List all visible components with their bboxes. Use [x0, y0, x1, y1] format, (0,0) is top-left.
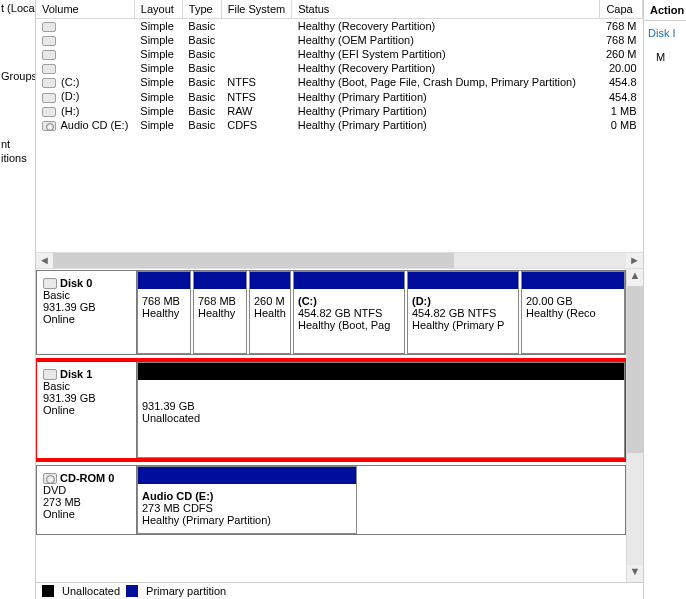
- disk-icon: [43, 369, 57, 380]
- col-filesystem[interactable]: File System: [221, 0, 291, 19]
- volume-icon: [42, 78, 56, 88]
- cdrom-icon: [43, 473, 57, 484]
- scroll-thumb[interactable]: [627, 286, 643, 454]
- disk-info: Disk 0 Basic 931.39 GB Online: [37, 271, 137, 354]
- volume-icon: [42, 107, 56, 117]
- volume-icon: [42, 64, 56, 74]
- partition[interactable]: 768 MBHealthy: [193, 271, 247, 354]
- scroll-left-icon[interactable]: ◄: [36, 254, 53, 266]
- table-row[interactable]: SimpleBasicHealthy (Recovery Partition)7…: [36, 19, 643, 34]
- volume-icon: [42, 50, 56, 60]
- col-volume[interactable]: Volume: [36, 0, 134, 19]
- partition[interactable]: 260 MHealth: [249, 271, 291, 354]
- scroll-thumb[interactable]: [53, 253, 454, 268]
- disk-row[interactable]: CD-ROM 0 DVD 273 MB Online Audio CD (E:)…: [36, 465, 626, 535]
- col-type[interactable]: Type: [182, 0, 221, 19]
- legend: Unallocated Primary partition: [36, 582, 643, 599]
- disk-info: CD-ROM 0 DVD 273 MB Online: [37, 466, 137, 534]
- legend-swatch-unallocated: [42, 585, 54, 597]
- table-row[interactable]: Audio CD (E:)SimpleBasicCDFSHealthy (Pri…: [36, 118, 643, 132]
- cdrom-icon: [42, 121, 56, 131]
- partition[interactable]: Audio CD (E:)273 MB CDFSHealthy (Primary…: [137, 466, 357, 534]
- volume-icon: [42, 93, 56, 103]
- nav-item[interactable]: itions: [1, 152, 34, 164]
- col-layout[interactable]: Layout: [134, 0, 182, 19]
- disks-vscroll[interactable]: ▲ ▼: [626, 269, 643, 582]
- col-status[interactable]: Status: [292, 0, 600, 19]
- legend-swatch-primary: [126, 585, 138, 597]
- action-item[interactable]: M: [644, 45, 686, 69]
- col-capacity[interactable]: Capa: [600, 0, 643, 19]
- disk-row-highlighted[interactable]: Disk 1 Basic 931.39 GB Online 931.39 GBU…: [36, 361, 626, 459]
- nav-item[interactable]: nt: [1, 138, 34, 150]
- volume-table[interactable]: Volume Layout Type File System Status Ca…: [36, 0, 643, 132]
- partition[interactable]: 768 MBHealthy: [137, 271, 191, 354]
- partition-unallocated[interactable]: 931.39 GBUnallocated: [137, 362, 625, 458]
- disk-management-panel: Volume Layout Type File System Status Ca…: [36, 0, 644, 599]
- legend-label: Primary partition: [146, 585, 226, 597]
- volume-hscroll[interactable]: ◄ ►: [36, 252, 643, 269]
- partition[interactable]: (D:)454.82 GB NTFSHealthy (Primary P: [407, 271, 519, 354]
- volume-icon: [42, 36, 56, 46]
- table-row[interactable]: (D:)SimpleBasicNTFSHealthy (Primary Part…: [36, 89, 643, 103]
- disk-row[interactable]: Disk 0 Basic 931.39 GB Online 768 MBHeal…: [36, 270, 626, 355]
- table-row[interactable]: (C:)SimpleBasicNTFSHealthy (Boot, Page F…: [36, 75, 643, 89]
- scroll-down-icon[interactable]: ▼: [627, 565, 643, 582]
- actions-pane: Action Disk I M: [644, 0, 686, 599]
- volume-icon: [42, 22, 56, 32]
- nav-item[interactable]: Groups: [1, 70, 34, 82]
- legend-label: Unallocated: [62, 585, 120, 597]
- nav-tree[interactable]: t (Local Groups nt itions: [0, 0, 36, 599]
- scroll-right-icon[interactable]: ►: [626, 254, 643, 266]
- partition[interactable]: 20.00 GBHealthy (Reco: [521, 271, 625, 354]
- disk-icon: [43, 278, 57, 289]
- action-item[interactable]: Disk I: [644, 21, 686, 45]
- disk-info: Disk 1 Basic 931.39 GB Online: [37, 362, 137, 458]
- partition[interactable]: (C:)454.82 GB NTFSHealthy (Boot, Pag: [293, 271, 405, 354]
- nav-item[interactable]: t (Local: [1, 2, 34, 14]
- table-header-row[interactable]: Volume Layout Type File System Status Ca…: [36, 0, 643, 19]
- table-row[interactable]: SimpleBasicHealthy (EFI System Partition…: [36, 47, 643, 61]
- table-row[interactable]: (H:)SimpleBasicRAWHealthy (Primary Parti…: [36, 104, 643, 118]
- table-row[interactable]: SimpleBasicHealthy (OEM Partition)768 M: [36, 33, 643, 47]
- table-row[interactable]: SimpleBasicHealthy (Recovery Partition)2…: [36, 61, 643, 75]
- actions-header: Action: [644, 0, 686, 21]
- scroll-up-icon[interactable]: ▲: [627, 269, 643, 286]
